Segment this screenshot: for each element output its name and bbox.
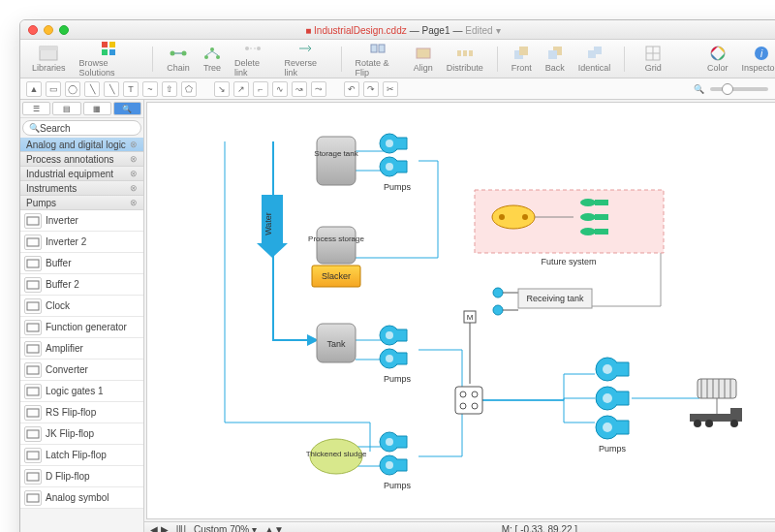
delete-link-button[interactable]: Delete link [231,40,274,78]
svg-point-68 [386,331,393,339]
svg-line-14 [206,51,212,55]
stencil-item[interactable]: Amplifier [20,338,143,360]
stencil-item[interactable]: Converter [20,360,143,381]
close-icon[interactable] [28,25,38,35]
stencil-item[interactable]: Analog symbol [20,487,143,509]
line-tool-2[interactable]: ╲ [104,81,119,97]
connector-tool-4[interactable]: ∿ [272,81,288,97]
connector-tool-6[interactable]: ⤳ [311,81,326,97]
rotate-flip-button[interactable]: Rotate & Flip [352,40,404,78]
inspectors-button[interactable]: i Inspectors [737,45,775,73]
svg-rect-119 [730,408,742,422]
browse-solutions-button[interactable]: Browse Solutions [76,40,143,78]
category-item[interactable]: Industrial equipment⊗ [20,167,143,181]
stencil-item[interactable]: Buffer 2 [20,274,143,296]
libraries-button[interactable]: Libraries [28,45,70,73]
sb-view-3[interactable]: ▦ [83,102,111,115]
svg-point-13 [216,55,220,59]
pointer-tool[interactable]: ▲ [26,81,42,97]
svg-rect-92 [595,200,608,205]
zoom-dropdown[interactable]: Custom 70% ▾ [194,524,257,532]
stencil-item[interactable]: Inverter 2 [20,232,143,253]
connector-tool-5[interactable]: ↝ [292,81,307,97]
svg-point-121 [705,420,713,427]
zoom-slider[interactable] [710,87,768,91]
svg-point-105 [603,364,612,374]
svg-rect-28 [548,50,557,59]
svg-rect-41 [27,302,39,310]
svg-rect-46 [27,409,39,417]
rect-tool[interactable]: ▭ [46,81,61,97]
curve-tool[interactable]: ~ [142,81,158,97]
stencil-item[interactable]: RS Flip-flop [20,402,143,423]
page-nav-icon[interactable]: ◀ ▶ [150,524,169,532]
minimize-icon[interactable] [44,25,53,35]
titlebar: ■ IndustrialDesign.cddz — Page1 — Edited… [20,20,775,40]
front-button[interactable]: Front [508,45,536,73]
chain-button[interactable]: Chain [163,45,194,73]
ellipse-tool[interactable]: ◯ [65,81,80,97]
svg-rect-22 [457,50,461,56]
svg-text:Pumps: Pumps [384,374,412,384]
svg-rect-61 [317,227,356,264]
sb-view-search[interactable]: 🔍 [113,102,141,115]
redo-tool[interactable]: ↷ [363,81,379,97]
svg-rect-23 [463,50,467,56]
back-button[interactable]: Back [542,45,569,73]
svg-rect-45 [27,388,39,395]
svg-rect-6 [102,49,108,55]
sb-view-2[interactable]: ▤ [52,102,80,115]
svg-line-15 [212,51,218,55]
reverse-link-button[interactable]: Reverse link [280,40,330,78]
svg-text:Pumps: Pumps [384,182,412,192]
zoom-icon[interactable] [59,25,69,35]
distribute-button[interactable]: Distribute [443,45,487,73]
connector-tool-2[interactable]: ↗ [233,81,249,97]
connector-tool-1[interactable]: ↘ [214,81,230,97]
align-button[interactable]: Align [410,45,437,73]
text-tool[interactable]: T [123,81,139,97]
svg-rect-24 [469,50,473,56]
window-title: ■ IndustrialDesign.cddz — Page1 — Edited… [69,24,737,36]
undo-tool[interactable]: ↶ [344,81,359,97]
svg-rect-4 [102,42,108,47]
grid-button[interactable]: Grid [640,45,666,73]
svg-rect-39 [27,260,39,267]
tree-button[interactable]: Tree [200,45,225,73]
line-tool[interactable]: ╲ [84,81,100,97]
poly-tool[interactable]: ⬠ [181,81,197,97]
stencil-item[interactable]: D Flip-flop [20,466,143,487]
zoom-stepper[interactable]: ▲▼ [264,524,284,532]
color-button[interactable]: Color [703,45,732,73]
svg-point-109 [603,422,612,432]
svg-point-16 [245,47,249,50]
shift-tool[interactable]: ⇧ [162,81,177,97]
svg-rect-5 [109,42,115,47]
sb-view-1[interactable]: ☰ [22,102,50,115]
svg-rect-19 [371,45,377,52]
svg-point-87 [492,205,535,229]
drawing-canvas[interactable]: Storage tank Pumps Water Process storage… [146,102,775,519]
svg-point-122 [730,420,738,427]
category-item[interactable]: Process annotations⊗ [20,152,143,167]
stencil-item[interactable]: Inverter [20,210,143,232]
svg-marker-59 [257,243,288,258]
clip-tool[interactable]: ✂ [383,81,398,97]
category-item[interactable]: Analog and digital logic⊗ [20,138,143,152]
svg-point-12 [204,55,208,59]
connector-tool-3[interactable]: ⌐ [253,81,268,97]
identical-button[interactable]: Identical [574,45,615,73]
stencil-item[interactable]: Function generator [20,317,143,338]
svg-point-107 [603,393,612,403]
stencil-item[interactable]: Latch Flip-flop [20,445,143,466]
category-item[interactable]: Instruments⊗ [20,181,143,196]
search-input[interactable]: 🔍 Search [22,120,141,136]
stencil-item[interactable]: Logic gates 1 [20,381,143,402]
stencil-item[interactable]: Buffer [20,253,143,274]
coord-readout: M: [ -0.33, 89.22 ] [292,524,775,532]
category-item[interactable]: Pumps⊗ [20,196,143,210]
zoom-out-icon[interactable]: 🔍 [691,81,706,97]
stencil-item[interactable]: JK Flip-flop [20,423,143,445]
svg-rect-2 [46,47,51,50]
stencil-item[interactable]: Clock [20,296,143,317]
